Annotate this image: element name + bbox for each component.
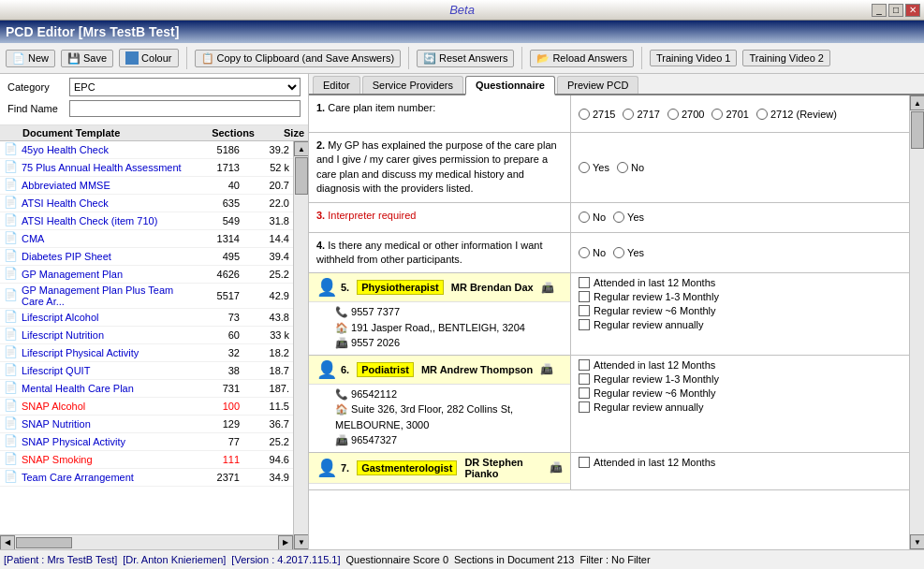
new-label: New xyxy=(28,52,49,64)
doc-size-value: 94.6 xyxy=(247,454,289,465)
option-2712-review[interactable]: 2712 (Review) xyxy=(756,109,837,120)
tab-service-providers[interactable]: Service Providers xyxy=(362,76,463,94)
doc-list-item[interactable]: 📄GP Management Plan462625.2 xyxy=(0,266,293,284)
radio-2700[interactable] xyxy=(667,109,679,120)
radio-no-3[interactable] xyxy=(579,212,590,223)
maximize-button[interactable]: □ xyxy=(888,4,903,17)
doc-list-item[interactable]: 📄Lifescript Physical Activity3218.2 xyxy=(0,344,293,362)
q-scroll-thumb[interactable] xyxy=(911,111,924,149)
provider-option-6[interactable]: Regular review 1-3 Monthly xyxy=(579,373,902,385)
doc-list-item[interactable]: 📄CMA131414.4 xyxy=(0,230,293,248)
checkbox-5[interactable] xyxy=(579,305,590,316)
q-scroll-up-btn[interactable]: ▲ xyxy=(910,95,924,110)
provider-option-5[interactable]: Regular review ~6 Monthly xyxy=(579,305,902,316)
radio-no-2[interactable] xyxy=(617,162,628,173)
option-no-4[interactable]: No xyxy=(579,247,606,258)
save-button[interactable]: 💾 Save xyxy=(61,50,113,67)
doc-list-item[interactable]: 📄Lifescript Nutrition6033 k xyxy=(0,327,293,344)
horizontal-scrollbar[interactable]: ◀ ▶ xyxy=(0,534,293,549)
scroll-up-btn[interactable]: ▲ xyxy=(294,141,308,156)
option-2717[interactable]: 2717 xyxy=(623,109,659,120)
tab-preview-pcd[interactable]: Preview PCD xyxy=(557,76,638,94)
questionnaire-vertical-scrollbar[interactable]: ▲ ▼ xyxy=(909,95,924,549)
h-scroll-left-btn[interactable]: ◀ xyxy=(0,535,15,550)
scroll-down-btn[interactable]: ▼ xyxy=(294,534,308,549)
new-icon: 📄 xyxy=(12,52,25,65)
question-4-answer: No Yes xyxy=(571,233,909,273)
doc-list-item[interactable]: 📄Lifescript Alcohol7343.8 xyxy=(0,309,293,327)
tab-editor[interactable]: Editor xyxy=(313,76,360,94)
doc-list-item[interactable]: 📄Lifescript QUIT3818.7 xyxy=(0,362,293,380)
radio-2701[interactable] xyxy=(711,109,723,120)
doc-sections-value: 40 xyxy=(186,180,247,191)
checkbox-5[interactable] xyxy=(579,277,590,288)
provider-option-5[interactable]: Regular review annually xyxy=(579,319,902,330)
provider-option-6[interactable]: Regular review annually xyxy=(579,401,902,413)
checkbox-7[interactable] xyxy=(579,457,590,468)
doc-list-item[interactable]: 📄SNAP Nutrition12936.7 xyxy=(0,416,293,433)
q-scroll-down-btn[interactable]: ▼ xyxy=(910,534,924,549)
training-video-1-button[interactable]: Training Video 1 xyxy=(650,50,738,66)
checkbox-6[interactable] xyxy=(579,359,590,371)
radio-yes-3[interactable] xyxy=(613,212,624,223)
radio-2712[interactable] xyxy=(756,109,768,120)
copy-clipboard-button[interactable]: 📋 Copy to Clipboard (and Save Answers) xyxy=(195,50,402,67)
doc-list-item[interactable]: 📄SNAP Alcohol10011.5 xyxy=(0,398,293,416)
doc-list-item[interactable]: 📄Abbreviated MMSE4020.7 xyxy=(0,177,293,195)
tab-questionnaire[interactable]: Questionnaire xyxy=(465,76,555,95)
option-2715[interactable]: 2715 xyxy=(579,109,615,120)
doc-list-item[interactable]: 📄Diabetes PIP Sheet49539.4 xyxy=(0,248,293,266)
doc-list-item[interactable]: 📄Team Care Arrangement237134.9 xyxy=(0,469,293,487)
option-no-2[interactable]: No xyxy=(617,162,644,173)
doc-list-item[interactable]: 📄GP Management Plan Plus Team Care Ar...… xyxy=(0,284,293,309)
provider-option-5[interactable]: Attended in last 12 Months xyxy=(579,277,902,288)
h-scroll-right-btn[interactable]: ▶ xyxy=(278,535,293,550)
radio-2715[interactable] xyxy=(579,109,590,120)
doc-list-item[interactable]: 📄ATSI Health Check63522.0 xyxy=(0,195,293,212)
checkbox-5[interactable] xyxy=(579,291,590,302)
reset-answers-button[interactable]: 🔄 Reset Answers xyxy=(417,50,514,67)
doc-list-item[interactable]: 📄75 Plus Annual Health Assessment171352 … xyxy=(0,159,293,177)
question-1-text: 1. Care plan item number: xyxy=(309,95,571,132)
provider-option-7[interactable]: Attended in last 12 Months xyxy=(579,457,902,468)
provider-option-6[interactable]: Attended in last 12 Months xyxy=(579,359,902,371)
radio-yes-2[interactable] xyxy=(579,162,590,173)
option-no-3[interactable]: No xyxy=(579,212,606,223)
option-yes-3[interactable]: Yes xyxy=(613,212,644,223)
doc-size-value: 43.8 xyxy=(247,312,289,323)
right-panel: Editor Service Providers Questionnaire P… xyxy=(309,74,924,549)
training-video-2-button[interactable]: Training Video 2 xyxy=(742,50,830,66)
radio-no-4[interactable] xyxy=(579,247,590,258)
reload-answers-button[interactable]: 📂 Reload Answers xyxy=(530,50,634,67)
colour-button[interactable]: Colour xyxy=(119,49,178,67)
doc-list-item[interactable]: 📄SNAP Physical Activity7725.2 xyxy=(0,433,293,451)
doc-list-item[interactable]: 📄ATSI Health Check (item 710)54931.8 xyxy=(0,212,293,230)
h-scroll-thumb[interactable] xyxy=(16,537,72,548)
radio-yes-4[interactable] xyxy=(613,247,624,258)
option-2701[interactable]: 2701 xyxy=(711,109,748,120)
radio-2717[interactable] xyxy=(623,109,634,120)
provider-right-5: Attended in last 12 MonthsRegular review… xyxy=(571,273,909,355)
category-select[interactable]: EPC xyxy=(69,78,301,96)
option-yes-2[interactable]: Yes xyxy=(579,162,609,173)
minimize-button[interactable]: _ xyxy=(872,4,887,17)
new-button[interactable]: 📄 New xyxy=(6,50,55,67)
option-yes-4[interactable]: Yes xyxy=(613,247,644,258)
doc-list-item[interactable]: 📄SNAP Smoking11194.6 xyxy=(0,451,293,469)
find-name-input[interactable] xyxy=(69,100,301,117)
checkbox-6[interactable] xyxy=(579,373,590,385)
checkbox-5[interactable] xyxy=(579,319,590,330)
doc-name-text: SNAP Alcohol xyxy=(22,401,186,412)
checkbox-6[interactable] xyxy=(579,387,590,399)
option-2700[interactable]: 2700 xyxy=(667,109,704,120)
checkbox-6[interactable] xyxy=(579,401,590,413)
scroll-thumb[interactable] xyxy=(295,157,308,195)
doc-list-item[interactable]: 📄Mental Health Care Plan731187. xyxy=(0,380,293,398)
provider-option-5[interactable]: Regular review 1-3 Monthly xyxy=(579,291,902,302)
provider-number-7: 7. xyxy=(341,462,349,474)
close-button[interactable]: ✕ xyxy=(905,4,920,17)
doc-list-item[interactable]: 📄45yo Health Check518639.2 xyxy=(0,141,293,159)
doc-name-text: Team Care Arrangement xyxy=(22,472,186,483)
sidebar-vertical-scrollbar[interactable]: ▲ ▼ xyxy=(293,141,308,549)
provider-option-6[interactable]: Regular review ~6 Monthly xyxy=(579,387,902,399)
